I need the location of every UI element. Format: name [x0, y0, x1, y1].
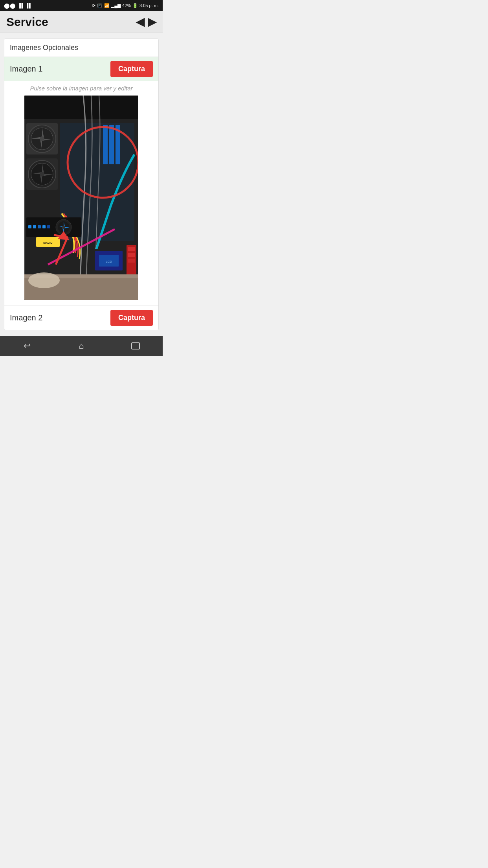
svg-text:LCD: LCD — [106, 260, 112, 263]
svg-text:MAGIC: MAGIC — [43, 241, 52, 244]
svg-rect-20 — [47, 225, 50, 228]
status-right-info: ⟳ 📳 📶 ▂▄▆ 42% 🔋 3:05 p. m. — [92, 3, 159, 8]
svg-rect-12 — [103, 125, 108, 164]
svg-rect-2 — [24, 96, 138, 119]
bottom-recent-icon — [131, 342, 140, 349]
app-header: Service ◀ ▶ — [0, 11, 163, 33]
svg-rect-19 — [42, 225, 46, 228]
bottom-home-icon: ⌂ — [79, 341, 84, 351]
forward-nav-button[interactable]: ▶ — [148, 15, 156, 28]
battery-icon: 🔋 — [132, 3, 138, 8]
svg-rect-17 — [33, 225, 36, 228]
svg-rect-31 — [128, 247, 135, 251]
imagen2-label: Imagen 2 — [10, 313, 42, 322]
wifi-icon: 📶 — [104, 3, 110, 8]
bottom-navigation: ↩ ⌂ — [0, 336, 163, 356]
images-card: Imagenes Opcionales Imagen 1 Captura Pul… — [4, 39, 159, 330]
svg-rect-16 — [28, 225, 31, 228]
voicemail-icon: ⬤⬤ — [4, 3, 16, 9]
pc-image[interactable]: MAGIC LCD — [24, 96, 138, 300]
imagen1-container[interactable]: MAGIC LCD — [4, 94, 158, 305]
image-hint-text: Pulse sobre la imagen para ver y editar — [4, 81, 158, 94]
signal-icon: ▂▄▆ — [111, 3, 121, 8]
bottom-recent-button[interactable] — [124, 338, 147, 354]
bottom-home-button[interactable]: ⌂ — [70, 338, 93, 354]
imagen2-capture-button[interactable]: Captura — [110, 310, 153, 326]
main-content: Imagenes Opcionales Imagen 1 Captura Pul… — [0, 33, 163, 336]
page-title: Service — [6, 15, 48, 29]
pc-image-svg[interactable]: MAGIC LCD — [24, 96, 138, 300]
back-nav-button[interactable]: ◀ — [136, 15, 145, 28]
imagen1-label: Imagen 1 — [10, 64, 42, 74]
time-display: 3:05 p. m. — [139, 3, 159, 8]
svg-rect-13 — [109, 125, 114, 164]
section-header: Imagenes Opcionales — [4, 39, 158, 57]
svg-point-10 — [40, 172, 44, 177]
imagen1-row: Imagen 1 Captura — [4, 57, 158, 81]
barcode-icon: ▐▌▐▌ — [18, 3, 33, 8]
imagen1-capture-button[interactable]: Captura — [110, 61, 153, 77]
vibrate-icon: 📳 — [97, 3, 103, 8]
svg-point-23 — [62, 226, 65, 229]
svg-point-36 — [28, 272, 60, 288]
svg-rect-32 — [128, 253, 135, 257]
status-left-icons: ⬤⬤ ▐▌▐▌ — [4, 3, 33, 9]
svg-rect-33 — [128, 259, 135, 263]
section-title: Imagenes Opcionales — [10, 44, 78, 51]
rotate-icon: ⟳ — [92, 3, 95, 8]
svg-rect-18 — [38, 225, 41, 228]
battery-percent: 42% — [122, 3, 131, 8]
bottom-back-icon: ↩ — [24, 341, 31, 351]
svg-point-6 — [40, 136, 44, 141]
status-bar: ⬤⬤ ▐▌▐▌ ⟳ 📳 📶 ▂▄▆ 42% 🔋 3:05 p. m. — [0, 0, 163, 11]
navigation-arrows: ◀ ▶ — [136, 15, 156, 28]
bottom-back-button[interactable]: ↩ — [15, 338, 39, 354]
imagen2-row: Imagen 2 Captura — [4, 305, 158, 330]
